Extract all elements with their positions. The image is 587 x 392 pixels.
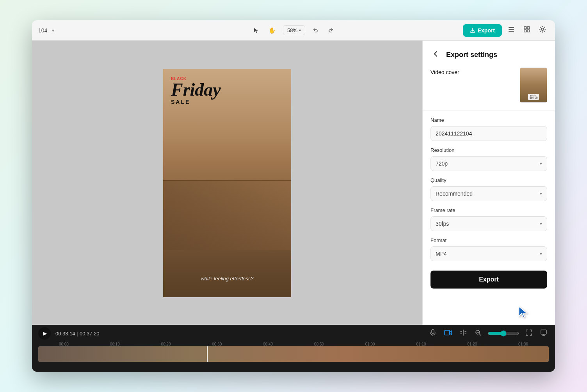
play-icon: ▶	[43, 331, 47, 336]
export-top-button[interactable]: Export	[463, 24, 502, 37]
zoom-chevron-icon: ▾	[299, 28, 301, 32]
canvas-area: BLACK Friday SALE while feeling effortle…	[32, 41, 422, 325]
svg-rect-6	[527, 30, 530, 32]
svg-rect-3	[524, 27, 527, 29]
cover-thumbnail[interactable]: $50.00 30% off	[520, 68, 547, 103]
timeline-area: ▶ 00:33:14 | 00:37:20	[32, 325, 555, 372]
hand-tool-button[interactable]: ✋	[266, 25, 278, 36]
frame-rate-label: Frame rate	[430, 207, 547, 213]
framerate-chevron-icon: ▾	[540, 221, 542, 226]
settings-button[interactable]	[536, 23, 549, 37]
main-area: BLACK Friday SALE while feeling effortle…	[32, 41, 555, 325]
ruler-mark: 01:20	[446, 342, 498, 346]
panel-header: Export settings	[423, 41, 555, 68]
select-tool-button[interactable]	[251, 25, 261, 36]
quality-value: Recommended	[436, 191, 473, 197]
svg-rect-5	[524, 30, 527, 32]
video-bottom-text: while feeling effortless?	[163, 276, 291, 282]
time-separator: |	[77, 331, 78, 337]
ruler-mark: 00:40	[242, 342, 294, 346]
layout-button[interactable]	[521, 23, 533, 37]
ruler-mark: 00:50	[294, 342, 345, 346]
quality-select[interactable]: Recommended ▾	[430, 186, 547, 201]
topbar: 104 ▾ ✋ 58% ▾	[32, 20, 555, 41]
quality-field-group: Quality Recommended ▾	[430, 177, 547, 201]
ruler-mark: 00:00	[38, 342, 89, 346]
svg-rect-11	[541, 330, 546, 334]
project-title: 104	[38, 27, 47, 34]
svg-rect-9	[445, 330, 450, 335]
cover-thumb-inner: $50.00 30% off	[520, 68, 547, 102]
frame-rate-value: 30fps	[436, 221, 449, 227]
current-time: 00:33:14	[55, 331, 75, 337]
svg-rect-4	[527, 27, 530, 29]
video-preview: BLACK Friday SALE while feeling effortle…	[163, 69, 291, 297]
playhead	[207, 346, 208, 362]
ruler-mark: 01:00	[345, 342, 396, 346]
svg-rect-2	[509, 31, 514, 32]
name-input[interactable]	[430, 126, 547, 141]
name-field-group: Name	[430, 117, 547, 141]
time-display: 00:33:14 | 00:37:20	[55, 331, 100, 337]
undo-button[interactable]	[310, 25, 321, 36]
format-label: Format	[430, 237, 547, 243]
video-button[interactable]	[443, 328, 454, 339]
export-panel: Export settings Video cover $50.00 30% o…	[422, 41, 555, 325]
frame-rate-select[interactable]: 30fps ▾	[430, 216, 547, 231]
quality-chevron-icon: ▾	[540, 191, 542, 196]
format-chevron-icon: ▾	[540, 251, 542, 257]
ruler-mark: 00:20	[141, 342, 192, 346]
resolution-field-group: Resolution 720p ▾	[430, 147, 547, 171]
resolution-select[interactable]: 720p ▾	[430, 156, 547, 171]
timeline-controls: ▶ 00:33:14 | 00:37:20	[32, 325, 555, 342]
layers-button[interactable]	[505, 23, 518, 37]
export-action-label: Export	[479, 276, 499, 283]
panel-title: Export settings	[446, 51, 497, 59]
ruler-marks: 00:00 00:10 00:20 00:30 00:40 00:50 01:0…	[38, 342, 549, 346]
svg-rect-8	[432, 330, 434, 333]
mic-button[interactable]	[428, 328, 438, 340]
timeline-zoom-slider[interactable]	[488, 330, 519, 337]
resolution-label: Resolution	[430, 147, 547, 153]
resolution-value: 720p	[436, 160, 448, 167]
panel-back-button[interactable]	[430, 48, 441, 61]
split-button[interactable]	[458, 328, 468, 340]
format-field-group: Format MP4 ▾	[430, 237, 547, 261]
expand-button[interactable]	[524, 328, 534, 340]
format-value: MP4	[436, 251, 447, 257]
svg-rect-0	[509, 27, 514, 28]
svg-rect-1	[509, 29, 514, 30]
ruler-mark: 01:10	[396, 342, 447, 346]
panel-body: Video cover $50.00 30% off	[423, 68, 555, 325]
resolution-chevron-icon: ▾	[540, 161, 542, 166]
format-select[interactable]: MP4 ▾	[430, 246, 547, 261]
zoom-control[interactable]: 58% ▾	[283, 25, 305, 35]
video-cover-label: Video cover	[430, 69, 459, 75]
zoom-level: 58%	[287, 27, 297, 33]
ruler-mark: 01:30	[498, 342, 549, 346]
chevron-down-icon[interactable]: ▾	[52, 28, 54, 33]
export-top-label: Export	[478, 27, 495, 34]
name-label: Name	[430, 117, 547, 123]
friday-label: Friday	[171, 81, 221, 99]
present-button[interactable]	[539, 328, 549, 340]
ruler-mark: 00:30	[191, 342, 242, 346]
ruler-mark: 00:10	[89, 342, 141, 346]
frame-rate-field-group: Frame rate 30fps ▾	[430, 207, 547, 231]
video-title-overlay: BLACK Friday SALE	[171, 77, 221, 105]
timeline-strip[interactable]	[38, 346, 549, 362]
sale-label: SALE	[171, 99, 221, 105]
export-action-button[interactable]: Export	[430, 271, 547, 289]
timeline-track: 00:00 00:10 00:20 00:30 00:40 00:50 01:0…	[32, 342, 555, 372]
total-time: 00:37:20	[80, 331, 100, 337]
svg-point-7	[541, 28, 544, 30]
quality-label: Quality	[430, 177, 547, 183]
play-button[interactable]: ▶	[38, 327, 51, 340]
video-cover-section: Video cover $50.00 30% off	[430, 68, 547, 103]
redo-button[interactable]	[326, 25, 336, 36]
zoom-out-button[interactable]	[473, 328, 483, 340]
timeline-right-controls	[428, 328, 549, 340]
